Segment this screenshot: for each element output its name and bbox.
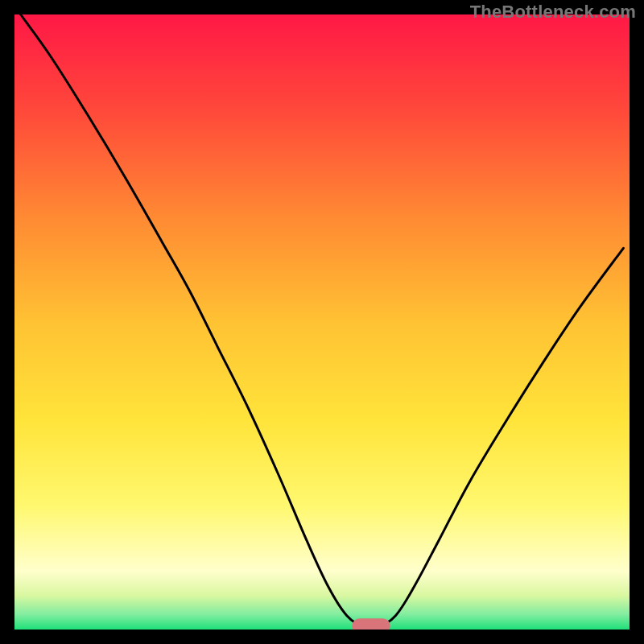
chart-background [14,14,630,630]
bottleneck-chart [0,0,644,644]
watermark-text: TheBottleneck.com [470,2,636,23]
